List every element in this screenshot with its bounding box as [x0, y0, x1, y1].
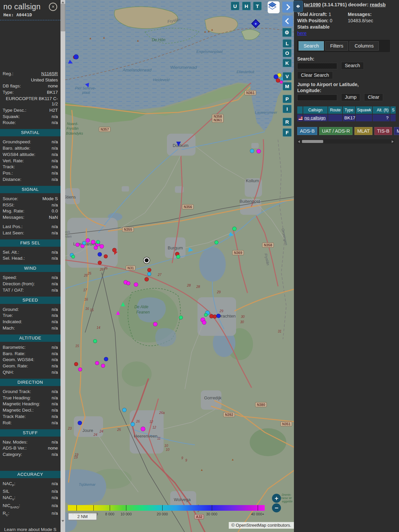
- aircraft-marker[interactable]: [75, 243, 79, 247]
- aircraft-marker[interactable]: [78, 421, 82, 425]
- aircraft-marker[interactable]: [147, 272, 151, 276]
- aircraft-marker[interactable]: [78, 367, 82, 371]
- map-button-k[interactable]: K: [283, 59, 292, 67]
- sidebar-scrollbar[interactable]: [61, 0, 65, 532]
- aircraft-marker[interactable]: [94, 246, 98, 250]
- scroll-right-icon[interactable]: [392, 140, 394, 143]
- map-button-l[interactable]: L: [283, 39, 292, 48]
- map-button-h[interactable]: H: [242, 2, 251, 10]
- map[interactable]: FryslânDe HônEngelsmanplaatAmelanderwadW…: [65, 0, 294, 532]
- aircraft-marker[interactable]: [202, 321, 206, 325]
- selected-aircraft-marker[interactable]: [144, 257, 150, 263]
- panel-collapse-button[interactable]: [282, 16, 293, 27]
- map-button-t[interactable]: T: [253, 2, 262, 10]
- aircraft-marker[interactable]: [147, 268, 151, 272]
- aircraft-marker[interactable]: [153, 322, 158, 327]
- aircraft-marker[interactable]: [98, 261, 102, 265]
- stats-here-link[interactable]: here: [297, 31, 307, 36]
- column-header-icon[interactable]: [297, 106, 303, 114]
- gear-icon[interactable]: ⚙: [282, 28, 292, 37]
- column-header-S[interactable]: S: [390, 106, 396, 114]
- column-header-Alt. (ft)[interactable]: Alt. (ft): [373, 106, 390, 114]
- aircraft-marker[interactable]: [121, 302, 125, 307]
- column-header-Type[interactable]: Type: [343, 106, 355, 114]
- scrollbar-thumb[interactable]: [61, 4, 65, 31]
- aircraft-marker[interactable]: [71, 255, 75, 259]
- aircraft-marker[interactable]: [122, 408, 127, 412]
- callsign-cell[interactable]: no callsign: [303, 114, 328, 121]
- column-header-Route[interactable]: Route: [328, 106, 342, 114]
- tar1090-link[interactable]: tar1090: [304, 2, 321, 7]
- aircraft-marker[interactable]: [232, 227, 237, 231]
- aircraft-marker[interactable]: [93, 339, 97, 343]
- aircraft-marker[interactable]: [176, 142, 181, 146]
- aircraft-marker[interactable]: [141, 427, 145, 431]
- legend-mode-s[interactable]: Mode-S: [394, 127, 399, 135]
- scroll-left-icon[interactable]: [298, 140, 300, 143]
- jump-button[interactable]: Jump: [341, 93, 360, 101]
- legend-tis-b[interactable]: TIS-B: [374, 127, 392, 135]
- jump-clear-button[interactable]: Clear: [364, 93, 383, 101]
- jump-input[interactable]: [297, 94, 337, 101]
- legend-uatads-r[interactable]: UAT / ADS-R: [319, 127, 352, 135]
- layers-icon[interactable]: [268, 1, 280, 13]
- aircraft-marker[interactable]: [96, 240, 100, 244]
- aircraft-marker[interactable]: [98, 252, 102, 257]
- legend-ads-b[interactable]: ADS-B: [297, 127, 317, 135]
- column-header-Squawk[interactable]: Squawk: [356, 106, 372, 114]
- column-header-Callsign[interactable]: Callsign: [303, 106, 328, 114]
- aircraft-marker[interactable]: [257, 149, 261, 154]
- aircraft-marker[interactable]: [95, 361, 99, 365]
- aircraft-marker[interactable]: [74, 362, 78, 366]
- aircraft-marker[interactable]: [116, 311, 120, 315]
- aircraft-marker[interactable]: [250, 149, 254, 153]
- zoom-in-button[interactable]: +: [272, 494, 281, 503]
- tab-columns[interactable]: Columns: [349, 41, 378, 51]
- aircraft-marker[interactable]: [82, 241, 86, 245]
- aircraft-marker[interactable]: [101, 364, 105, 368]
- search-button[interactable]: Search: [341, 62, 364, 69]
- aircraft-marker[interactable]: [176, 255, 180, 259]
- aircraft-marker[interactable]: [134, 283, 138, 287]
- aircraft-marker[interactable]: [251, 19, 260, 28]
- readsb-link[interactable]: readsb: [370, 2, 386, 7]
- panel-expand-button[interactable]: [282, 2, 293, 13]
- aircraft-marker[interactable]: [216, 314, 221, 318]
- zoom-out-button[interactable]: −: [272, 503, 281, 512]
- registration-link[interactable]: N116SR: [41, 71, 58, 77]
- tab-filters[interactable]: Filters: [325, 41, 348, 51]
- aircraft-marker[interactable]: [104, 357, 108, 361]
- search-input[interactable]: [297, 63, 337, 69]
- map-button-o[interactable]: O: [283, 49, 292, 57]
- map-button-r[interactable]: R: [283, 118, 292, 126]
- aircraft-marker[interactable]: [126, 281, 130, 285]
- table-horizontal-scrollbar[interactable]: [297, 139, 394, 144]
- sidebar-toggle-button[interactable]: [293, 1, 303, 12]
- aircraft-marker[interactable]: [214, 240, 218, 244]
- osm-link[interactable]: OpenStreetMap: [236, 523, 266, 528]
- aircraft-marker[interactable]: [85, 83, 91, 88]
- aircraft-marker[interactable]: [145, 277, 149, 282]
- aircraft-table-row[interactable]: no callsign BK17 ?: [297, 114, 396, 121]
- map-button-i[interactable]: I: [283, 105, 292, 113]
- scrollbar-down-icon[interactable]: [62, 520, 64, 522]
- map-button-v[interactable]: V: [283, 72, 292, 80]
- legend-mlat[interactable]: MLAT: [354, 127, 372, 135]
- aircraft-marker[interactable]: [228, 232, 234, 237]
- aircraft-marker[interactable]: [91, 240, 95, 244]
- tab-search[interactable]: Search: [299, 41, 324, 51]
- aircraft-marker[interactable]: [179, 316, 183, 320]
- aircraft-marker[interactable]: [131, 422, 135, 427]
- map-button-m[interactable]: M: [283, 82, 292, 90]
- map-button-p[interactable]: P: [283, 95, 292, 103]
- hscroll-thumb[interactable]: [302, 140, 323, 143]
- aircraft-marker[interactable]: [100, 244, 104, 249]
- aircraft-marker[interactable]: [68, 60, 73, 65]
- aircraft-marker[interactable]: [188, 247, 194, 253]
- map-button-u[interactable]: U: [231, 2, 239, 10]
- close-icon[interactable]: ✕: [49, 3, 57, 11]
- map-button-f[interactable]: F: [283, 128, 292, 137]
- scrollbar-up-icon[interactable]: [62, 1, 64, 3]
- aircraft-marker[interactable]: [86, 238, 90, 243]
- clear-search-button[interactable]: Clear Search: [297, 71, 333, 79]
